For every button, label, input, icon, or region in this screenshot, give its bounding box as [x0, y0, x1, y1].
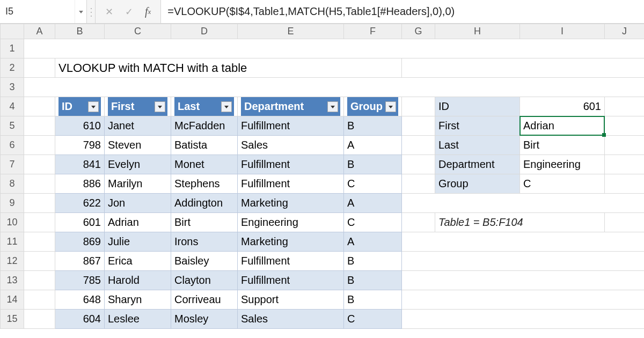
table-cell[interactable]: Engineering [238, 213, 344, 232]
row-header-12[interactable]: 12 [1, 252, 24, 271]
table-cell[interactable]: B [344, 252, 402, 271]
col-header-A[interactable]: A [24, 24, 55, 39]
lookup-label-id[interactable]: ID [435, 97, 520, 116]
table-cell[interactable]: 648 [55, 290, 105, 310]
table-cell[interactable]: 622 [55, 194, 105, 213]
table-cell[interactable]: Jon [105, 194, 171, 213]
filter-dropdown-icon[interactable] [385, 101, 396, 112]
table-cell[interactable]: Monet [171, 155, 238, 174]
table-header-last[interactable]: Last [171, 97, 238, 116]
table-header-first[interactable]: First [105, 97, 171, 116]
row-header-14[interactable]: 14 [1, 290, 24, 310]
cell[interactable] [24, 194, 55, 213]
worksheet[interactable]: A B C D E F G H I J 1 2 VLOOKUP with MAT… [0, 24, 644, 329]
cell[interactable] [24, 155, 55, 174]
table-cell[interactable]: Sharyn [105, 290, 171, 310]
table-cell[interactable]: Stephens [171, 174, 238, 194]
cell[interactable] [402, 310, 645, 329]
table-cell[interactable]: Birt [171, 213, 238, 232]
name-box[interactable]: I5 [0, 0, 75, 23]
table-cell[interactable]: C [344, 310, 402, 329]
col-header-I[interactable]: I [520, 24, 605, 39]
cell[interactable] [24, 39, 645, 58]
table-cell[interactable]: Harold [105, 271, 171, 290]
table-cell[interactable]: A [344, 194, 402, 213]
col-header-H[interactable]: H [435, 24, 520, 39]
filter-dropdown-icon[interactable] [88, 101, 99, 112]
table-cell[interactable]: 601 [55, 213, 105, 232]
table-cell[interactable]: Marketing [238, 194, 344, 213]
col-header-D[interactable]: D [171, 24, 238, 39]
cancel-icon[interactable]: ✕ [105, 6, 113, 18]
table-cell[interactable]: C [344, 174, 402, 194]
row-header-13[interactable]: 13 [1, 271, 24, 290]
cell[interactable] [402, 58, 645, 78]
filter-dropdown-icon[interactable] [155, 101, 165, 112]
table-cell[interactable]: B [344, 290, 402, 310]
lookup-label-dept[interactable]: Department [435, 155, 520, 174]
select-all-corner[interactable] [1, 24, 24, 39]
cell[interactable] [605, 97, 645, 116]
cell[interactable] [402, 252, 645, 271]
table-cell[interactable]: Corriveau [171, 290, 238, 310]
insert-function-button[interactable]: fx [145, 5, 151, 18]
table-cell[interactable]: Sales [238, 310, 344, 329]
lookup-value-id[interactable]: 601 [520, 97, 605, 116]
lookup-value-first[interactable]: Adrian [520, 116, 605, 136]
table-range-note[interactable]: Table1 = B5:F104 [435, 213, 605, 232]
table-cell[interactable]: Marilyn [105, 174, 171, 194]
filter-dropdown-icon[interactable] [221, 101, 232, 112]
table-cell[interactable]: Fulfillment [238, 252, 344, 271]
page-title[interactable]: VLOOKUP with MATCH with a table [55, 58, 402, 78]
table-header-id[interactable]: ID [55, 97, 105, 116]
cell[interactable] [402, 271, 645, 290]
table-cell[interactable]: Fulfillment [238, 174, 344, 194]
cell[interactable] [402, 290, 645, 310]
cell[interactable] [605, 155, 645, 174]
table-cell[interactable]: Evelyn [105, 155, 171, 174]
cell[interactable] [24, 252, 55, 271]
cell[interactable] [24, 116, 55, 136]
cell[interactable] [402, 232, 645, 252]
table-cell[interactable]: Erica [105, 252, 171, 271]
row-header-11[interactable]: 11 [1, 232, 24, 252]
table-cell[interactable]: 869 [55, 232, 105, 252]
cell[interactable] [24, 136, 55, 155]
table-cell[interactable]: 841 [55, 155, 105, 174]
table-cell[interactable]: A [344, 136, 402, 155]
table-cell[interactable]: Janet [105, 116, 171, 136]
name-box-dropdown[interactable] [75, 0, 86, 23]
lookup-label-group[interactable]: Group [435, 174, 520, 194]
table-cell[interactable]: Irons [171, 232, 238, 252]
table-cell[interactable]: 886 [55, 174, 105, 194]
cell[interactable] [402, 97, 435, 116]
cell[interactable] [402, 194, 645, 213]
formula-input[interactable]: =VLOOKUP($I$4,Table1,MATCH(H5,Table1[#He… [160, 0, 644, 23]
table-header-dept[interactable]: Department [238, 97, 344, 116]
row-header-9[interactable]: 9 [1, 194, 24, 213]
cell[interactable] [402, 213, 435, 232]
table-cell[interactable]: B [344, 116, 402, 136]
table-cell[interactable]: C [344, 213, 402, 232]
table-cell[interactable]: Steven [105, 136, 171, 155]
table-cell[interactable]: Clayton [171, 271, 238, 290]
cell[interactable] [402, 174, 435, 194]
lookup-value-group[interactable]: C [520, 174, 605, 194]
col-header-E[interactable]: E [238, 24, 344, 39]
table-cell[interactable]: Fulfillment [238, 116, 344, 136]
table-cell[interactable]: Addington [171, 194, 238, 213]
col-header-C[interactable]: C [105, 24, 171, 39]
table-cell[interactable]: 785 [55, 271, 105, 290]
cell[interactable] [24, 232, 55, 252]
table-cell[interactable]: Support [238, 290, 344, 310]
row-header-3[interactable]: 3 [1, 78, 24, 97]
row-header-5[interactable]: 5 [1, 116, 24, 136]
col-header-J[interactable]: J [605, 24, 645, 39]
table-cell[interactable]: B [344, 271, 402, 290]
table-header-group[interactable]: Group [344, 97, 402, 116]
row-header-2[interactable]: 2 [1, 58, 24, 78]
cell[interactable] [24, 174, 55, 194]
table-cell[interactable]: 604 [55, 310, 105, 329]
cell[interactable] [402, 155, 435, 174]
table-cell[interactable]: Julie [105, 232, 171, 252]
